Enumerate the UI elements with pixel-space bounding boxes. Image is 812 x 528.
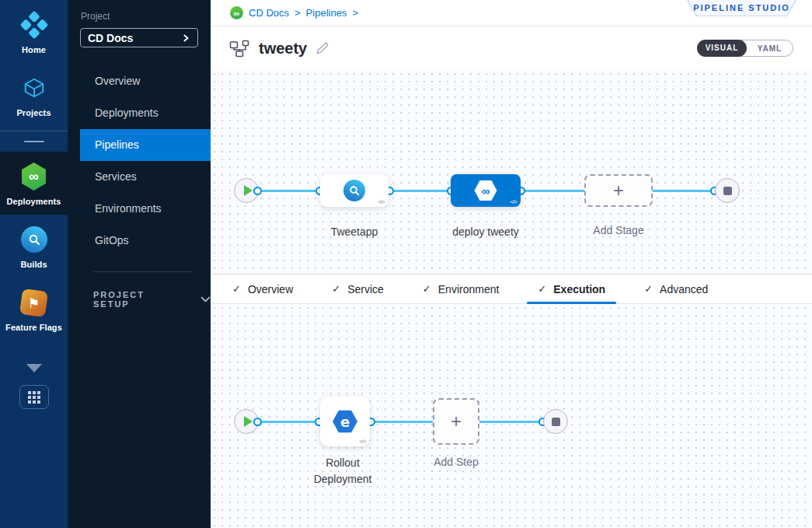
rail-divider — [0, 131, 68, 131]
tab-service-label: Service — [347, 283, 384, 295]
visual-toggle-button[interactable]: VISUAL — [697, 40, 747, 57]
breadcrumb-project-link[interactable]: CD Docs — [249, 7, 289, 19]
deployments-cd-icon: ∞ — [2, 162, 66, 191]
check-icon: ✓ — [644, 283, 653, 295]
check-icon: ✓ — [332, 283, 340, 295]
module-deployments-label: Deployments — [2, 197, 66, 206]
tab-execution[interactable]: ✓ Execution — [538, 274, 605, 303]
step-label-rollout-deployment: Rollout Deployment — [300, 455, 385, 488]
execution-end-node[interactable] — [543, 409, 568, 434]
builds-ci-icon — [2, 225, 66, 254]
code-glyph: </> — [378, 198, 385, 205]
module-projects[interactable]: Projects — [0, 63, 68, 126]
module-feature-flags[interactable]: ⚑ Feature Flags — [0, 278, 68, 341]
project-setup-label: PROJECT SETUP — [93, 290, 177, 309]
pipeline-name: tweety — [259, 40, 307, 58]
tab-environment-label: Environment — [438, 283, 500, 295]
infinity-glyph: ∞ — [482, 184, 490, 198]
plus-icon: + — [613, 180, 624, 201]
nav-item-pipelines[interactable]: Pipelines — [80, 129, 211, 161]
selected-project: CD Docs — [88, 32, 133, 44]
add-stage-button[interactable]: + — [584, 174, 653, 207]
edit-pencil-icon[interactable] — [315, 41, 329, 56]
add-step-label: Add Step — [417, 454, 495, 470]
tab-service[interactable]: ✓ Service — [332, 274, 384, 303]
check-icon: ✓ — [423, 283, 431, 295]
stage-canvas: </> Tweetapp ∞ </> deploy tweety + Add S… — [211, 70, 812, 274]
tab-advanced-label: Advanced — [660, 283, 708, 295]
add-step-button[interactable]: + — [433, 398, 479, 445]
module-builds[interactable]: Builds — [0, 215, 68, 278]
view-toggle: VISUAL YAML — [697, 40, 793, 57]
nav-item-overview[interactable]: Overview — [80, 65, 211, 97]
module-home-label: Home — [2, 45, 66, 54]
project-label: Project — [81, 11, 211, 22]
breadcrumb-separator: > — [352, 7, 358, 19]
rollout-deployment-icon: e — [332, 410, 358, 434]
project-panel: Project CD Docs Overview Deployments Pip… — [68, 0, 211, 528]
infinity-glyph: ∞ — [29, 169, 39, 185]
nav-item-deployments[interactable]: Deployments — [80, 97, 211, 129]
chevron-right-icon — [181, 33, 190, 43]
connector-dot[interactable] — [253, 418, 262, 426]
main-area: PIPELINE STUDIO ∞ CD Docs > Pipelines > … — [211, 0, 812, 528]
code-glyph: </> — [359, 438, 366, 445]
play-icon — [244, 185, 253, 196]
nav-item-gitops[interactable]: GitOps — [80, 225, 211, 257]
feature-flags-icon: ⚑ — [2, 288, 66, 317]
home-icon — [2, 10, 66, 40]
module-home[interactable]: Home — [0, 0, 68, 63]
rollout-glyph: e — [340, 414, 350, 430]
cd-module-icon: ∞ — [230, 6, 243, 19]
pipeline-title-bar: tweety VISUAL YAML — [211, 26, 812, 70]
execution-step-canvas: e </> Rollout Deployment + Add Step — [211, 304, 812, 528]
panel-divider — [93, 271, 193, 272]
check-icon: ✓ — [232, 283, 241, 295]
stage-config-tabs: ✓ Overview ✓ Service ✓ Environment ✓ Exe… — [211, 274, 812, 304]
tab-environment[interactable]: ✓ Environment — [423, 274, 500, 303]
app-root: Home Projects ∞ Deployments — [0, 0, 812, 528]
code-glyph: </> — [510, 198, 517, 205]
flag-glyph: ⚑ — [28, 295, 40, 310]
module-projects-label: Projects — [2, 108, 66, 117]
stage-node-tweetapp[interactable]: </> — [320, 174, 389, 207]
module-rail: Home Projects ∞ Deployments — [0, 0, 68, 528]
play-icon — [244, 416, 253, 427]
tab-overview-label: Overview — [248, 283, 293, 295]
project-selector[interactable]: CD Docs — [80, 28, 198, 47]
plus-icon: + — [451, 411, 462, 432]
tab-overview[interactable]: ✓ Overview — [232, 274, 293, 303]
step-node-rollout-deployment[interactable]: e </> — [320, 397, 370, 446]
modules-expand-chevron-icon[interactable] — [26, 364, 42, 372]
module-builds-label: Builds — [2, 260, 66, 269]
tab-execution-label: Execution — [553, 283, 605, 295]
projects-cube-icon — [2, 73, 66, 103]
yaml-toggle-button[interactable]: YAML — [747, 44, 793, 53]
pipeline-studio-badge: PIPELINE STUDIO — [687, 0, 796, 16]
grid-icon — [28, 391, 40, 404]
nav-item-services[interactable]: Services — [80, 161, 211, 193]
module-deployments[interactable]: ∞ Deployments — [0, 152, 68, 215]
pipeline-end-node[interactable] — [715, 178, 740, 203]
breadcrumb-separator: > — [294, 7, 301, 19]
step-connector-line — [246, 421, 556, 423]
project-setup-toggle[interactable]: PROJECT SETUP — [93, 290, 211, 309]
stop-icon — [723, 187, 732, 195]
rail-dash — [24, 141, 44, 142]
stage-node-deploy-tweety[interactable]: ∞ </> — [451, 174, 521, 207]
module-feature-flags-label: Feature Flags — [2, 323, 66, 332]
stop-icon — [552, 418, 560, 426]
chevron-down-icon — [200, 295, 211, 304]
infinity-glyph: ∞ — [234, 9, 240, 18]
stage-label-deploy-tweety: deploy tweety — [439, 224, 532, 240]
cd-stage-icon: ∞ — [474, 180, 498, 201]
nav-item-environments[interactable]: Environments — [80, 193, 211, 225]
stage-label-tweetapp: Tweetapp — [316, 224, 392, 240]
breadcrumb-pipelines-link[interactable]: Pipelines — [306, 7, 347, 19]
tab-advanced[interactable]: ✓ Advanced — [644, 274, 708, 303]
connector-dot[interactable] — [253, 187, 262, 195]
pipeline-studio-badge-label: PIPELINE STUDIO — [693, 3, 790, 12]
pipeline-icon — [229, 40, 249, 58]
all-modules-button[interactable] — [19, 385, 49, 409]
add-stage-label: Add Stage — [584, 222, 653, 239]
